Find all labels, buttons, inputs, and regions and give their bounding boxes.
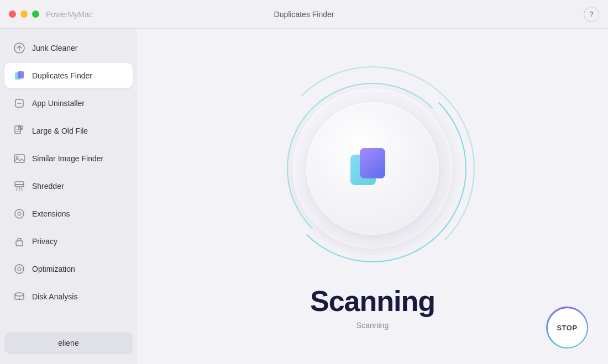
stop-button-wrapper[interactable]: STOP	[546, 307, 588, 349]
maximize-button[interactable]	[32, 10, 39, 18]
privacy-icon	[13, 235, 25, 247]
sidebar-item-label-privacy: Privacy	[32, 237, 57, 246]
large-old-file-icon	[13, 125, 25, 137]
sidebar-item-similar-image-finder[interactable]: Similar Image Finder	[4, 146, 133, 171]
stop-button[interactable]: STOP	[548, 308, 587, 347]
sidebar-item-optimization[interactable]: Optimization	[4, 256, 133, 282]
svg-rect-17	[360, 148, 385, 178]
help-button[interactable]: ?	[584, 7, 599, 22]
svg-point-10	[15, 209, 24, 218]
svg-point-7	[16, 156, 18, 159]
scanning-subtitle: Scanning	[357, 321, 389, 330]
sidebar-item-privacy[interactable]: Privacy	[4, 229, 133, 254]
sidebar-item-label-app-uninstaller: App Uninstaller	[32, 99, 85, 108]
scanning-title: Scanning	[310, 284, 435, 318]
disk-analysis-icon	[13, 291, 25, 303]
similar-image-finder-icon	[13, 152, 25, 165]
sidebar-item-large-old-file[interactable]: Large & Old File	[4, 118, 133, 144]
svg-rect-9	[15, 182, 24, 184]
extensions-icon	[13, 208, 25, 220]
sidebar-item-junk-cleaner[interactable]: Junk Cleaner	[4, 35, 133, 61]
sidebar-item-app-uninstaller[interactable]: App Uninstaller	[4, 91, 133, 116]
svg-rect-6	[14, 155, 24, 162]
svg-rect-11	[16, 241, 23, 246]
sidebar-item-label-optimization: Optimization	[32, 265, 75, 273]
sidebar-item-label-large-old-file: Large & Old File	[32, 126, 88, 135]
sidebar-item-label-duplicates-finder: Duplicates Finder	[32, 71, 92, 80]
user-button[interactable]: eliene	[4, 332, 133, 354]
svg-point-13	[18, 267, 21, 271]
optimization-icon	[13, 263, 25, 275]
scanner-animation	[268, 64, 478, 273]
sidebar-item-label-extensions: Extensions	[32, 209, 70, 218]
sidebar-item-label-similar-image-finder: Similar Image Finder	[32, 154, 103, 163]
content-area: Scanning Scanning STOP	[137, 29, 608, 364]
svg-point-15	[19, 298, 20, 299]
sidebar-item-extensions[interactable]: Extensions	[4, 201, 133, 226]
duplicates-finder-icon	[13, 70, 25, 82]
close-button[interactable]	[9, 10, 16, 18]
sidebar-item-shredder[interactable]: Shredder	[4, 173, 133, 199]
junk-cleaner-icon	[13, 42, 25, 54]
svg-rect-2	[18, 71, 24, 78]
minimize-button[interactable]	[20, 10, 28, 18]
duplicates-center-icon	[348, 144, 397, 193]
titlebar: PowerMyMac Duplicates Finder ?	[0, 0, 608, 29]
user-section: eliene	[0, 328, 137, 358]
sidebar-item-duplicates-finder[interactable]: Duplicates Finder	[4, 63, 133, 88]
app-uninstaller-icon	[13, 97, 25, 109]
traffic-lights	[9, 10, 39, 18]
app-name: PowerMyMac	[46, 10, 93, 19]
main-layout: Junk Cleaner Duplicates Finder App Unins…	[0, 29, 608, 364]
sidebar: Junk Cleaner Duplicates Finder App Unins…	[0, 29, 137, 364]
sidebar-item-label-disk-analysis: Disk Analysis	[32, 292, 77, 301]
sidebar-item-label-shredder: Shredder	[32, 182, 64, 191]
titlebar-title: Duplicates Finder	[274, 10, 334, 19]
svg-point-14	[15, 293, 24, 296]
shredder-icon	[13, 180, 25, 192]
sidebar-item-disk-analysis[interactable]: Disk Analysis	[4, 284, 133, 309]
sidebar-item-label-junk-cleaner: Junk Cleaner	[32, 44, 78, 52]
